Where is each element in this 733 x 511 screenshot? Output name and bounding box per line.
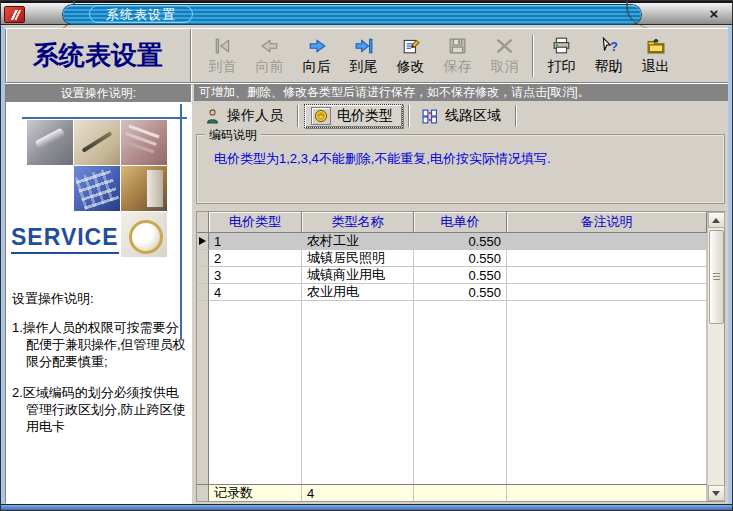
print-button[interactable]: 打印 — [538, 31, 585, 81]
toolbar: 到首 向前 向后 到尾 — [191, 29, 728, 82]
cell-unit-price[interactable]: 0.550 — [414, 267, 507, 284]
svg-text:?: ? — [610, 40, 618, 54]
exit-folder-icon — [645, 36, 667, 56]
cell-unit-price[interactable]: 0.550 — [414, 233, 507, 250]
window-body: 设置操作说明: SERVICE 设置操作说明: 1.操作人员的权限可按需要分配便… — [5, 84, 728, 504]
keyboard-photo-tile — [74, 166, 120, 211]
notice-banner: 可增加、删除、修改各类型后请进行保存，如不保存修改，请点击[取消]。 — [194, 84, 728, 101]
next-arrow-icon — [306, 36, 328, 56]
cell-unit-price[interactable]: 0.550 — [414, 284, 507, 301]
cancel-x-icon — [494, 36, 516, 56]
goto-last-button[interactable]: 到尾 — [340, 31, 387, 81]
scroll-down-button[interactable] — [708, 485, 725, 501]
floppy-save-icon — [447, 36, 469, 56]
tab-label: 线路区域 — [445, 107, 501, 125]
footer-selector-cell — [197, 485, 209, 501]
groupbox-legend: 编码说明 — [205, 127, 261, 144]
price-type-grid: 电价类型 类型名称 电单价 备注说明 1 农村工业 0.550 — [196, 211, 725, 502]
sidebar: 设置操作说明: SERVICE 设置操作说明: 1.操作人员的权限可按需要分配便… — [5, 84, 192, 504]
titlebar: 系统表设置 × — [1, 1, 732, 25]
toolbar-row: 系统表设置 到首 向前 向后 — [5, 28, 728, 83]
cell-type-name[interactable]: 城镇商业用电 — [302, 267, 414, 284]
help-button[interactable]: ? 帮助 — [585, 31, 632, 81]
scroll-up-button[interactable] — [708, 212, 725, 228]
table-row[interactable]: 1 农村工业 0.550 — [197, 233, 707, 250]
cell-price-type[interactable]: 4 — [209, 284, 302, 301]
exit-button[interactable]: 退出 — [632, 31, 679, 81]
tab-separator — [297, 105, 299, 127]
grid-empty-area — [197, 301, 707, 484]
cell-note[interactable] — [507, 250, 707, 267]
titlebar-swoosh-right — [626, 0, 670, 29]
sidebar-header: 设置操作说明: — [6, 85, 191, 102]
grid-header-row: 电价类型 类型名称 电单价 备注说明 — [197, 212, 707, 233]
tab-line-regions[interactable]: 线路区域 — [415, 105, 510, 127]
previous-button[interactable]: 向前 — [246, 31, 293, 81]
row-selector[interactable] — [197, 284, 209, 301]
tab-operators[interactable]: 操作人员 — [197, 105, 292, 127]
tab-label: 电价类型 — [337, 107, 393, 125]
scrollbar-thumb[interactable] — [709, 230, 724, 324]
collage-line-horizontal — [22, 117, 187, 119]
pen-photo-tile — [74, 120, 120, 165]
cell-note[interactable] — [507, 267, 707, 284]
window-frame-right — [728, 26, 732, 504]
cell-type-name[interactable]: 农业用电 — [302, 284, 414, 301]
cell-unit-price[interactable]: 0.550 — [414, 250, 507, 267]
notes-title: 设置操作说明: — [12, 290, 186, 307]
row-selector[interactable] — [197, 267, 209, 284]
tab-price-types[interactable]: 电价类型 — [304, 104, 403, 128]
collage-line-vertical — [180, 104, 182, 339]
vertical-scrollbar[interactable] — [707, 212, 724, 501]
main-panel: 可增加、删除、修改各类型后请进行保存，如不保存修改，请点击[取消]。 操作人员 … — [194, 84, 728, 504]
help-cursor-icon: ? — [598, 36, 620, 56]
column-header[interactable]: 电价类型 — [209, 212, 302, 232]
selected-row-marker-icon — [199, 237, 206, 245]
row-selector-gutter — [197, 301, 209, 484]
cell-type-name[interactable]: 农村工业 — [302, 233, 414, 250]
toolbar-label: 修改 — [397, 58, 425, 76]
goto-first-button[interactable]: 到首 — [199, 31, 246, 81]
toolbar-label: 保存 — [444, 58, 472, 76]
table-row[interactable]: 4 农业用电 0.550 — [197, 284, 707, 301]
cell-price-type[interactable]: 1 — [209, 233, 302, 250]
next-button[interactable]: 向后 — [293, 31, 340, 81]
toolbar-label: 到尾 — [350, 58, 378, 76]
toolbar-label: 打印 — [548, 58, 576, 76]
note-item: 2.区域编码的划分必须按供电管理行政区划分,防止跨区使用电卡 — [12, 384, 186, 435]
app-window: 系统表设置 × 系统表设置 到首 向前 向后 — [0, 0, 733, 511]
pins-photo-tile — [121, 120, 167, 165]
cell-price-type[interactable]: 3 — [209, 267, 302, 284]
page-title: 系统表设置 — [5, 29, 191, 82]
previous-arrow-icon — [259, 36, 281, 56]
toolbar-label: 向后 — [303, 58, 331, 76]
cell-type-name[interactable]: 城镇居民照明 — [302, 250, 414, 267]
cancel-button[interactable]: 取消 — [481, 31, 528, 81]
leather-photo-tile — [121, 166, 167, 211]
cell-note[interactable] — [507, 233, 707, 250]
row-selector-header — [197, 212, 209, 232]
close-button[interactable]: × — [705, 6, 723, 23]
stapler-photo-tile — [27, 120, 73, 165]
column-header[interactable]: 类型名称 — [302, 212, 414, 232]
toolbar-separator — [532, 35, 534, 77]
groupbox-text: 电价类型为1,2,3,4不能删除,不能重复,电价按实际情况填写. — [197, 135, 724, 168]
last-record-icon — [353, 36, 375, 56]
table-row[interactable]: 2 城镇居民照明 0.550 — [197, 250, 707, 267]
row-selector[interactable] — [197, 233, 209, 250]
window-title: 系统表设置 — [89, 5, 193, 23]
cell-price-type[interactable]: 2 — [209, 250, 302, 267]
column-header[interactable]: 备注说明 — [507, 212, 707, 232]
tab-separator — [408, 105, 410, 127]
row-selector[interactable] — [197, 250, 209, 267]
service-collage-image: SERVICE — [6, 102, 191, 280]
column-header[interactable]: 电单价 — [414, 212, 507, 232]
tab-label: 操作人员 — [227, 107, 283, 125]
save-button[interactable]: 保存 — [434, 31, 481, 81]
table-row[interactable]: 3 城镇商业用电 0.550 — [197, 267, 707, 284]
operator-person-icon — [203, 108, 221, 124]
tab-bar: 操作人员 电价类型 线路区域 — [194, 101, 728, 130]
modify-button[interactable]: 修改 — [387, 31, 434, 81]
toolbar-label: 帮助 — [595, 58, 623, 76]
cell-note[interactable] — [507, 284, 707, 301]
